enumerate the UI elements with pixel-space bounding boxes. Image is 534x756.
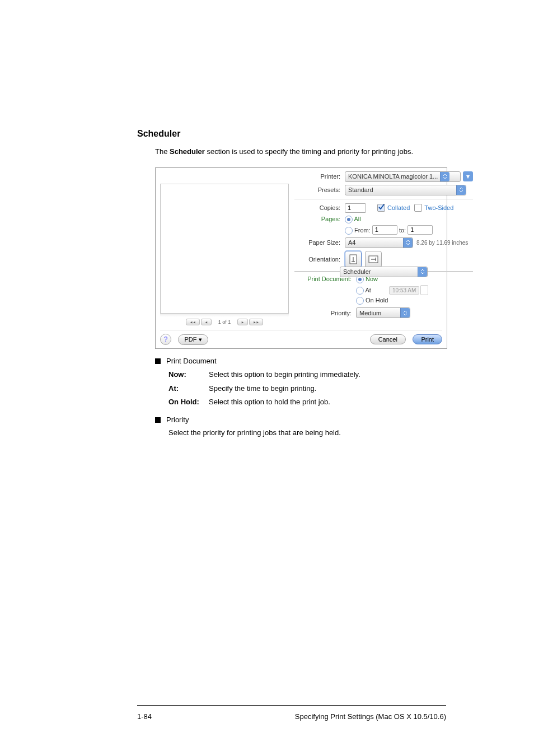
help-button[interactable]: ? <box>160 334 171 345</box>
collated-checkbox[interactable] <box>377 204 385 212</box>
papersize-dimensions: 8.26 by 11.69 inches <box>416 240 468 246</box>
orientation-label: Orientation: <box>294 256 345 263</box>
print-button[interactable]: Print <box>413 334 442 344</box>
printdoc-onhold-radio[interactable] <box>356 297 364 305</box>
presets-select[interactable]: Standard <box>345 185 466 195</box>
onhold-desc: Select this option to hold the print job… <box>209 396 330 408</box>
at-term: At: <box>168 384 179 393</box>
printer-select[interactable]: KONICA MINOLTA magicolor 1... <box>345 171 461 182</box>
nav-first[interactable]: ◂◂ <box>186 319 200 325</box>
now-desc: Select this option to begin printing imm… <box>209 369 360 380</box>
nav-prev[interactable]: ◂ <box>201 319 212 325</box>
pages-all-radio[interactable] <box>345 216 353 223</box>
footer-pagenum: 1-84 <box>137 712 152 721</box>
section-select[interactable]: Scheduler <box>340 267 428 277</box>
printdoc-at-radio[interactable] <box>356 287 364 295</box>
printdoc-onhold-label: On Hold <box>366 297 388 304</box>
now-term: Now: <box>168 370 186 379</box>
section-heading: Scheduler <box>137 129 447 139</box>
from-input[interactable] <box>372 225 397 235</box>
preview-nav: ◂◂◂ 1 of 1 ▸▸▸ <box>160 319 289 325</box>
footer-rule <box>137 705 446 706</box>
twosided-checkbox[interactable] <box>414 204 422 212</box>
nav-last[interactable]: ▸▸ <box>249 319 263 325</box>
papersize-select[interactable]: A4 <box>345 237 413 248</box>
printdoc-at-label: At <box>365 287 371 293</box>
item-printdocument: Print Document <box>166 357 217 365</box>
printer-info-button[interactable]: ▾ <box>463 171 473 181</box>
from-label: From: <box>354 226 371 233</box>
copies-input[interactable] <box>345 203 366 213</box>
pages-all-label: All <box>354 216 360 222</box>
footer-title: Specifying Print Settings (Mac OS X 10.5… <box>295 712 446 721</box>
cancel-button[interactable]: Cancel <box>370 334 406 344</box>
orientation-portrait[interactable] <box>345 251 362 268</box>
item-priority: Priority <box>166 416 189 424</box>
pages-label: Pages: <box>294 216 345 222</box>
priority-label: Priority: <box>294 310 356 316</box>
bullet-icon <box>155 417 161 423</box>
nav-page-count: 1 of 1 <box>218 319 231 325</box>
preview-pane <box>160 184 289 314</box>
to-label: to: <box>399 226 406 233</box>
twosided-label: Two-Sided <box>424 204 453 211</box>
to-input[interactable] <box>407 225 433 235</box>
at-desc: Specify the time to begin printing. <box>209 383 316 394</box>
presets-label: Presets: <box>294 186 345 193</box>
priority-desc: Select the priority for printing jobs th… <box>168 428 341 437</box>
print-dialog: ◂◂◂ 1 of 1 ▸▸▸ Printer: KONICA MINOLTA m… <box>155 167 447 349</box>
printer-label: Printer: <box>294 173 345 180</box>
at-time-stepper[interactable]: 10:53 AM <box>389 285 428 295</box>
priority-select[interactable]: Medium <box>356 307 410 318</box>
onhold-term: On Hold: <box>168 398 199 406</box>
bullet-icon <box>155 358 161 364</box>
intro-text: The Scheduler section is used to specify… <box>155 147 447 157</box>
copies-label: Copies: <box>294 204 345 211</box>
papersize-label: Paper Size: <box>294 239 345 246</box>
pages-from-radio[interactable] <box>345 227 353 235</box>
pdf-button[interactable]: PDF ▾ <box>178 334 208 345</box>
nav-next[interactable]: ▸ <box>237 319 248 325</box>
orientation-landscape[interactable] <box>365 251 382 268</box>
collated-label: Collated <box>387 204 410 211</box>
